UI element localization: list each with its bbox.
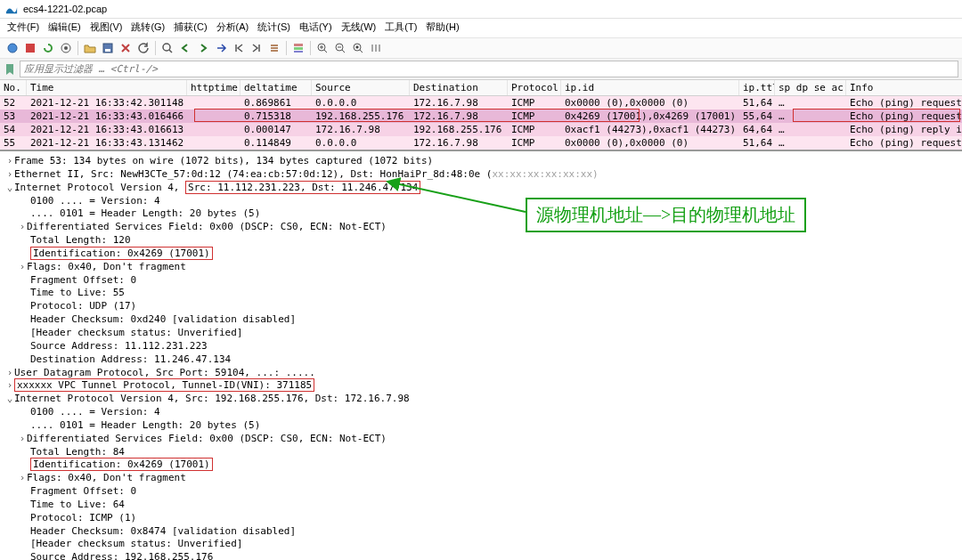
svg-rect-5 [105, 49, 110, 52]
svg-point-0 [8, 44, 17, 53]
display-filter-bar [0, 59, 962, 80]
prev-icon[interactable] [177, 40, 193, 56]
menu-wireless[interactable]: 无线(W) [338, 19, 380, 36]
ip2-src[interactable]: Source Address: 192.168.255.176 [5, 551, 957, 560]
packet-list[interactable]: No. Time httptime deltatime Source Desti… [0, 80, 962, 151]
zoom-reset-icon[interactable] [350, 40, 366, 56]
ip-version[interactable]: 0100 .... = Version: 4 [5, 195, 957, 208]
col-httptime[interactable]: httptime [187, 80, 240, 95]
first-icon[interactable] [231, 40, 247, 56]
col-ipid[interactable]: ip.id [561, 80, 739, 95]
col-src[interactable]: Source [312, 80, 410, 95]
packet-row[interactable]: 54 2021-12-21 16:33:43.016613 0.000147 1… [0, 123, 962, 136]
ip-fragoff[interactable]: Fragment Offset: 0 [5, 274, 957, 288]
ip-hlen[interactable]: .... 0101 = Header Length: 20 bytes (5) [5, 207, 957, 221]
ip2-proto[interactable]: Protocol: ICMP (1) [5, 512, 957, 525]
col-proto[interactable]: Protocol [508, 80, 561, 95]
ip-dsfield[interactable]: ›Differentiated Services Field: 0x00 (DS… [5, 221, 957, 234]
ip2-totlen[interactable]: Total Length: 84 [5, 446, 957, 459]
annotation-label: 源物理机地址—>目的物理机地址 [526, 198, 806, 232]
open-file-icon[interactable] [82, 40, 98, 56]
colorize-icon[interactable] [290, 40, 306, 56]
ip-proto[interactable]: Protocol: UDP (17) [5, 300, 957, 313]
display-filter-input[interactable] [20, 61, 958, 77]
col-no[interactable]: No. [0, 80, 27, 95]
ip-src[interactable]: Source Address: 11.112.231.223 [5, 340, 957, 353]
capture-options-icon[interactable] [58, 40, 74, 56]
stop-capture-icon[interactable] [22, 40, 38, 56]
svg-point-6 [163, 44, 170, 51]
wireshark-logo-icon [5, 3, 18, 15]
menu-edit[interactable]: 编辑(E) [45, 19, 85, 36]
title-bar: ecs4-1221-02.pcap [0, 0, 962, 19]
svg-rect-7 [294, 44, 303, 46]
ip-flags[interactable]: ›Flags: 0x40, Don't fragment [5, 261, 957, 274]
main-toolbar [0, 37, 962, 59]
start-capture-icon[interactable] [4, 40, 20, 56]
zoom-out-icon[interactable] [332, 40, 348, 56]
col-info[interactable]: Info [846, 80, 962, 95]
packet-row[interactable]: 52 2021-12-21 16:33:42.301148 0.869861 0… [0, 96, 962, 110]
col-delta[interactable]: deltatime [240, 80, 312, 95]
menu-view[interactable]: 视图(V) [86, 19, 126, 36]
col-time[interactable]: Time [27, 80, 187, 95]
menu-telephony[interactable]: 电话(Y) [296, 19, 336, 36]
menu-go[interactable]: 跳转(G) [127, 19, 168, 36]
svg-point-3 [64, 46, 68, 50]
menu-file[interactable]: 文件(F) [4, 19, 43, 36]
menu-analyze[interactable]: 分析(A) [213, 19, 253, 36]
ip2-dsfield[interactable]: ›Differentiated Services Field: 0x00 (DS… [5, 433, 957, 446]
ip2-cksum[interactable]: Header Checksum: 0x8474 [validation disa… [5, 525, 957, 539]
resize-columns-icon[interactable] [368, 40, 384, 56]
next-icon[interactable] [195, 40, 211, 56]
menu-help[interactable]: 帮助(H) [422, 19, 462, 36]
ip-ttl[interactable]: Time to Live: 55 [5, 287, 957, 300]
ip2-version[interactable]: 0100 .... = Version: 4 [5, 406, 957, 419]
ip2-hlen[interactable]: .... 0101 = Header Length: 20 bytes (5) [5, 419, 957, 433]
menu-capture[interactable]: 捕获(C) [170, 19, 210, 36]
packet-row-selected[interactable]: 53 2021-12-21 16:33:43.016466 0.715318 1… [0, 110, 962, 123]
zoom-in-icon[interactable] [314, 40, 330, 56]
tree-ip-inner[interactable]: ⌄Internet Protocol Version 4, Src: 192.1… [5, 393, 957, 406]
ip-dst[interactable]: Destination Address: 11.246.47.134 [5, 353, 957, 367]
save-file-icon[interactable] [100, 40, 116, 56]
ip2-fragoff[interactable]: Fragment Offset: 0 [5, 485, 957, 499]
svg-rect-9 [294, 51, 303, 53]
ip-cksum[interactable]: Header Checksum: 0xd240 [validation disa… [5, 313, 957, 327]
menu-stats[interactable]: 统计(S) [254, 19, 294, 36]
window-title: ecs4-1221-02.pcap [23, 4, 107, 14]
ip2-flags[interactable]: ›Flags: 0x40, Don't fragment [5, 472, 957, 485]
menu-bar: 文件(F) 编辑(E) 视图(V) 跳转(G) 捕获(C) 分析(A) 统计(S… [0, 19, 962, 37]
svg-rect-1 [26, 44, 35, 53]
tree-eth[interactable]: ›Ethernet II, Src: NewH3CTe_57:0d:12 (74… [5, 168, 957, 182]
col-dst[interactable]: Destination [410, 80, 508, 95]
ip2-ttl[interactable]: Time to Live: 64 [5, 499, 957, 512]
ip-totlen[interactable]: Total Length: 120 [5, 234, 957, 248]
restart-capture-icon[interactable] [40, 40, 56, 56]
packet-row[interactable]: 55 2021-12-21 16:33:43.131462 0.114849 0… [0, 136, 962, 150]
close-file-icon[interactable] [118, 40, 134, 56]
svg-rect-8 [294, 47, 303, 50]
reload-icon[interactable] [135, 40, 151, 56]
bookmark-icon[interactable] [4, 63, 16, 76]
autoscroll-icon[interactable] [266, 40, 282, 56]
ip2-ident[interactable]: Identification: 0x4269 (17001) [5, 459, 957, 472]
menu-tools[interactable]: 工具(T) [381, 19, 420, 36]
ip-ckstat[interactable]: [Header checksum status: Unverified] [5, 327, 957, 340]
highlight-src-dst: Src: 11.112.231.223, Dst: 11.246.47.134 [185, 181, 420, 194]
tree-frame[interactable]: ›Frame 53: 134 bytes on wire (1072 bits)… [5, 155, 957, 168]
find-icon[interactable] [159, 40, 175, 56]
goto-icon[interactable] [213, 40, 229, 56]
packet-details[interactable]: ›Frame 53: 134 bytes on wire (1072 bits)… [0, 151, 962, 560]
ip2-ckstat[interactable]: [Header checksum status: Unverified] [5, 538, 957, 551]
tree-vpc[interactable]: ›xxxxxx VPC Tunnel Protocol, Tunnel-ID(V… [5, 379, 957, 393]
packet-list-header: No. Time httptime deltatime Source Desti… [0, 80, 962, 96]
col-flags[interactable]: sp dp se ac Le tc tc st wi wi wi [775, 80, 846, 95]
last-icon[interactable] [249, 40, 265, 56]
tree-ip-outer[interactable]: ⌄Internet Protocol Version 4, Src: 11.11… [5, 182, 957, 195]
ip-ident[interactable]: Identification: 0x4269 (17001) [5, 248, 957, 261]
col-ttl[interactable]: ip.ttl [739, 80, 775, 95]
tree-udp[interactable]: ›User Datagram Protocol, Src Port: 59104… [5, 367, 957, 380]
